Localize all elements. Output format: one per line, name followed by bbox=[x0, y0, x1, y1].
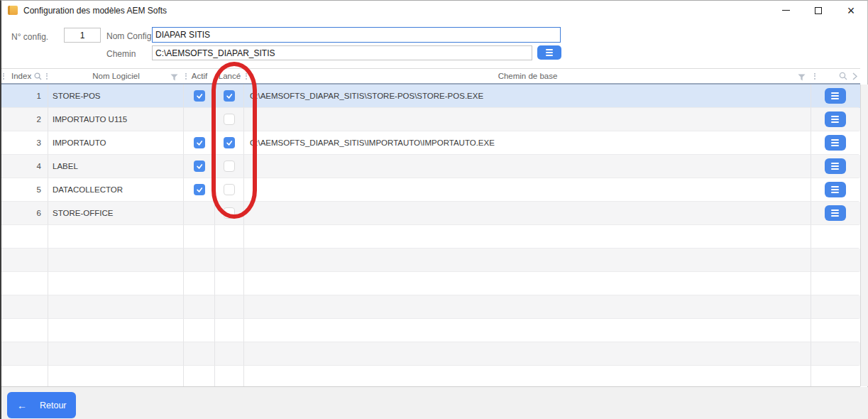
row-menu-button[interactable] bbox=[825, 158, 846, 174]
actif-checkbox[interactable] bbox=[194, 137, 205, 148]
cell-actions bbox=[811, 131, 859, 155]
cell-actif bbox=[184, 249, 215, 272]
path-input[interactable] bbox=[152, 45, 532, 60]
row-menu-button[interactable] bbox=[825, 88, 846, 104]
title-bar: Configuration des modèles AEM Softs × bbox=[1, 1, 867, 20]
table-row-empty[interactable] bbox=[1, 225, 860, 249]
hamburger-icon bbox=[546, 49, 553, 55]
cell-base-path bbox=[244, 108, 811, 131]
scrollbar-track[interactable] bbox=[860, 85, 868, 386]
browse-path-button[interactable] bbox=[537, 45, 561, 60]
minimize-button[interactable] bbox=[769, 1, 802, 20]
column-handle-icon bbox=[185, 73, 187, 80]
maximize-button[interactable] bbox=[802, 1, 835, 20]
cell-lance bbox=[215, 131, 244, 155]
table-row-empty[interactable] bbox=[1, 272, 860, 295]
back-button[interactable]: ← Retour bbox=[7, 392, 76, 418]
row-menu-button[interactable] bbox=[825, 182, 846, 197]
table-row-empty[interactable] bbox=[1, 319, 860, 342]
table-row-empty[interactable] bbox=[1, 295, 860, 319]
column-handle-icon bbox=[216, 73, 218, 80]
lance-checkbox[interactable] bbox=[224, 114, 235, 125]
column-handle-icon bbox=[46, 73, 48, 80]
cell-actif bbox=[184, 295, 215, 319]
cell-base-path: C:\AEMSOFTS_DIAPAR_SITIS\IMPORTAUTO\IMPO… bbox=[244, 131, 811, 155]
cell-base-path bbox=[244, 155, 811, 178]
cell-lance bbox=[215, 319, 244, 342]
grid-body: 1STORE-POSC:\AEMSOFTS_DIAPAR_SITIS\STORE… bbox=[1, 85, 860, 389]
cell-actions bbox=[811, 155, 859, 178]
cell-base-path bbox=[244, 272, 811, 295]
row-menu-button[interactable] bbox=[825, 111, 846, 127]
cell-index: 3 bbox=[1, 131, 48, 155]
row-menu-button[interactable] bbox=[825, 205, 846, 221]
cell-lance bbox=[215, 178, 244, 202]
cell-actif bbox=[184, 342, 215, 366]
column-header-index[interactable]: Index bbox=[1, 69, 48, 83]
column-header-actif[interactable]: Actif bbox=[184, 69, 215, 83]
column-header-path[interactable]: Chemin de base bbox=[244, 69, 811, 83]
config-name-label: Nom Config bbox=[106, 31, 151, 41]
app-folder-icon bbox=[8, 6, 18, 15]
config-name-input[interactable] bbox=[152, 27, 561, 43]
column-handle-icon bbox=[814, 73, 815, 80]
cell-index: 4 bbox=[1, 155, 48, 178]
search-icon[interactable] bbox=[839, 72, 847, 80]
cell-index bbox=[1, 295, 48, 319]
cell-software-name: DATACOLLECTOR bbox=[48, 178, 184, 202]
column-header-name[interactable]: Nom Logiciel bbox=[48, 69, 184, 83]
cell-lance bbox=[215, 342, 244, 366]
table-row[interactable]: 6STORE-OFFICE bbox=[1, 202, 860, 225]
cell-base-path bbox=[244, 342, 811, 366]
cell-actif bbox=[184, 178, 215, 202]
path-label: Chemin bbox=[106, 49, 136, 59]
search-icon[interactable] bbox=[34, 72, 42, 80]
cell-actif bbox=[184, 225, 215, 249]
lance-checkbox[interactable] bbox=[224, 207, 235, 219]
cell-software-name: IMPORTAUTO U115 bbox=[48, 108, 184, 131]
chevron-right-icon[interactable] bbox=[852, 72, 857, 80]
lance-checkbox[interactable] bbox=[224, 160, 235, 172]
lance-checkbox[interactable] bbox=[224, 184, 235, 195]
table-row-empty[interactable] bbox=[1, 249, 860, 272]
maximize-icon bbox=[815, 7, 822, 14]
actif-checkbox[interactable] bbox=[194, 184, 205, 195]
table-row-empty[interactable] bbox=[1, 342, 860, 366]
cell-lance bbox=[215, 85, 244, 108]
table-row[interactable]: 5DATACOLLECTOR bbox=[1, 178, 860, 202]
cell-lance bbox=[215, 155, 244, 178]
column-header-lance[interactable]: Lancé bbox=[215, 69, 244, 83]
actif-checkbox[interactable] bbox=[194, 90, 205, 102]
filter-icon[interactable] bbox=[170, 74, 178, 81]
cell-actions bbox=[811, 342, 859, 366]
cell-base-path bbox=[244, 202, 811, 225]
cell-index bbox=[1, 225, 48, 249]
cell-base-path bbox=[244, 319, 811, 342]
grid-header: Index Nom Logiciel Actif Lancé Chemin de… bbox=[1, 68, 860, 85]
software-grid: Index Nom Logiciel Actif Lancé Chemin de… bbox=[1, 68, 860, 389]
row-menu-button[interactable] bbox=[825, 135, 846, 151]
actif-checkbox[interactable] bbox=[194, 160, 205, 172]
hamburger-icon bbox=[831, 186, 839, 193]
table-row[interactable]: 4LABEL bbox=[1, 155, 860, 178]
minimize-icon bbox=[782, 10, 790, 11]
close-button[interactable]: × bbox=[835, 1, 867, 20]
table-row[interactable]: 2IMPORTAUTO U115 bbox=[1, 108, 860, 131]
cell-actions bbox=[811, 319, 859, 342]
table-row[interactable]: 1STORE-POSC:\AEMSOFTS_DIAPAR_SITIS\STORE… bbox=[1, 85, 860, 108]
cell-lance bbox=[215, 202, 244, 225]
cell-base-path: C:\AEMSOFTS_DIAPAR_SITIS\STORE-POS\STORE… bbox=[244, 85, 811, 108]
hamburger-icon bbox=[831, 163, 839, 170]
cell-actions bbox=[811, 295, 859, 319]
config-number-input[interactable] bbox=[64, 28, 101, 43]
back-button-label: Retour bbox=[40, 401, 67, 410]
lance-checkbox[interactable] bbox=[224, 137, 235, 148]
table-row[interactable]: 3IMPORTAUTOC:\AEMSOFTS_DIAPAR_SITIS\IMPO… bbox=[1, 131, 860, 155]
cell-software-name: LABEL bbox=[48, 155, 184, 178]
cell-actif bbox=[184, 272, 215, 295]
hamburger-icon bbox=[831, 116, 839, 123]
footer-area bbox=[1, 387, 868, 419]
close-icon: × bbox=[847, 4, 855, 17]
filter-icon[interactable] bbox=[798, 74, 806, 81]
lance-checkbox[interactable] bbox=[224, 90, 235, 102]
